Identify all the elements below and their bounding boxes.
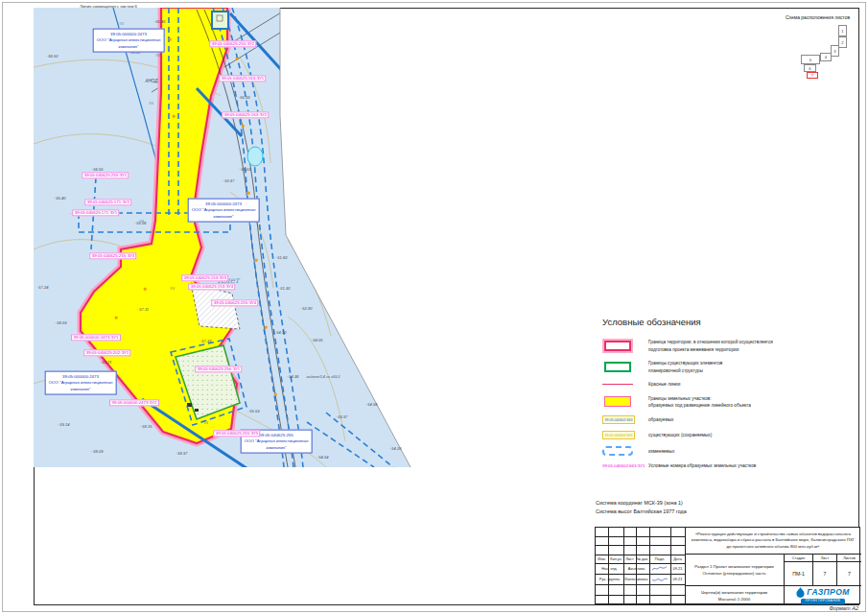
legend-item-label: Границы существующих элементов планирово… bbox=[648, 360, 722, 374]
gazprom-logo: ГАЗПРОМ ПРОЕКТИРОВАНИЕ bbox=[796, 587, 849, 604]
elevation-mark: 58.97 bbox=[176, 451, 187, 456]
format-label: Формат А2 bbox=[829, 605, 858, 611]
elevation-mark: 51.60 bbox=[275, 255, 287, 260]
elevation-mark: 54.56 bbox=[365, 402, 377, 407]
elevation-mark: 56.50 bbox=[46, 54, 58, 59]
legend-title: Условные обозначения bbox=[602, 317, 857, 327]
legend-sample-number: 39:05:040602:663 bbox=[605, 434, 633, 437]
elevation-mark: 54.54 bbox=[317, 455, 328, 460]
legend-item: 39:05:040602:663:ЗУ1 Условные номера обр… bbox=[602, 462, 857, 469]
legend-item-label: существующих (сохраняемых) bbox=[648, 432, 712, 438]
col-list: Лист bbox=[623, 555, 636, 563]
row1-signature bbox=[649, 563, 670, 574]
elevation-mark: 59.14 bbox=[58, 422, 69, 427]
elevation-mark: 57.11 bbox=[137, 307, 149, 312]
parcel-number-label: 39:05:040625:171:ЗУ1 bbox=[72, 209, 119, 216]
owner-label-box: 39:05:000000:2473 ООО "Аграрная инвестиц… bbox=[188, 199, 260, 223]
legend-item-label: изменяемых bbox=[648, 448, 674, 455]
map-annotation: III bbox=[171, 286, 176, 291]
signature-icon bbox=[651, 565, 669, 572]
legend-item: Граница территории, в отношении которой … bbox=[602, 339, 857, 353]
map-annotation: Линия совмещения с листом 6 bbox=[80, 4, 137, 9]
sheets-value: 7 bbox=[837, 562, 861, 586]
sheet-label: Лист bbox=[813, 555, 837, 562]
col-podp: Подп. bbox=[649, 555, 670, 563]
top-facility bbox=[212, 12, 228, 29]
sheet-box: 5 bbox=[801, 55, 820, 64]
sheet-box: 3 bbox=[831, 45, 839, 57]
parcel-number-label: 39:05:040625:171:ЗУ2 bbox=[84, 199, 131, 205]
elevation-mark: 55.03 bbox=[239, 167, 250, 172]
map-annotation: III bbox=[120, 21, 125, 26]
parcel-number-label: 39:05:000000:2473:ЗУ1 bbox=[71, 334, 121, 341]
legend-sample-number: 39:05:040602:663 bbox=[605, 418, 633, 422]
signature-icon bbox=[651, 576, 669, 582]
parcel-number-label: 39:05:000000:2473:ЗУ2 bbox=[109, 399, 159, 406]
legend-swatch bbox=[602, 360, 639, 374]
parcel-number-label: 39:05:040625:153:ЗУ4 bbox=[188, 283, 235, 290]
owner-label-box: 39:05:000000:2473 ООО "Аграрная инвестиц… bbox=[45, 371, 117, 395]
elevation-mark: 58.09 bbox=[91, 449, 103, 454]
parcel-number-label: 39:05:040625:163:ЗУ2 bbox=[222, 111, 269, 118]
legend: Условные обозначения Граница территории,… bbox=[602, 317, 857, 477]
col-koluch: Кол.уч bbox=[608, 555, 623, 563]
elevation-mark: 55.53 bbox=[247, 409, 259, 413]
coordinate-system-notes: Система координат МСК-39 (зона 1) Систем… bbox=[596, 499, 687, 516]
elevation-mark: 57.33 bbox=[199, 339, 211, 343]
sheet-box: 2 bbox=[838, 36, 847, 48]
map-annotation: III bbox=[150, 101, 154, 106]
legend-swatch-icon bbox=[604, 396, 631, 407]
legend-swatch bbox=[602, 384, 639, 385]
sheet-box: 1 bbox=[838, 25, 847, 36]
legend-swatch-icon: 39:05:040602:663 bbox=[602, 415, 635, 424]
col-izm: Изм. bbox=[596, 555, 608, 563]
legend-item-label: Условные номера образуемых земельных уча… bbox=[648, 462, 756, 469]
elevation-mark: 55.40 bbox=[54, 196, 65, 201]
row1-date: 09.21 bbox=[670, 563, 685, 574]
parcel-number-label: 39:05:040625:256:ЗУ1 bbox=[195, 366, 242, 372]
pond bbox=[247, 147, 263, 166]
sheets-label: Листов bbox=[837, 555, 861, 562]
map-annotation: III bbox=[140, 219, 145, 224]
sheet-box: 4 bbox=[820, 53, 832, 61]
sheet-box: 7 bbox=[807, 72, 818, 79]
parcel-number-label: 39:05:040625:255:ЗУ2 bbox=[209, 40, 256, 47]
sheet-scheme-title: Схема расположения листов bbox=[767, 14, 868, 20]
elevation-mark: 54.05 bbox=[311, 338, 322, 342]
parcel-number-label: 39:05:040625:255:ЗУ3 bbox=[89, 252, 136, 259]
drawing-scale: Масштаб 1:2000 bbox=[718, 596, 750, 602]
legend-swatch-icon bbox=[602, 384, 633, 385]
gazprom-logo-text: ГАЗПРОМ bbox=[807, 587, 849, 597]
elevation-mark: 50.87 bbox=[223, 178, 234, 183]
sheet-value: 7 bbox=[813, 562, 837, 586]
map-annotation: III bbox=[156, 53, 161, 58]
legend-swatch: 39:05:040602:663:ЗУ1 bbox=[602, 463, 639, 468]
legend-items: Граница территории, в отношении которой … bbox=[602, 339, 857, 470]
elevation-mark: 58.59 bbox=[55, 320, 66, 325]
row1-name: Аксенова bbox=[623, 563, 649, 574]
legend-item-label: образуемых bbox=[648, 416, 673, 423]
map-annotation: III bbox=[204, 420, 209, 425]
row2-signature bbox=[649, 574, 670, 584]
legend-item: Красные линии bbox=[602, 381, 857, 388]
legend-item: изменяемых bbox=[602, 446, 857, 456]
elevation-mark: 53.97 bbox=[336, 414, 347, 419]
owner-label-box: 39:05:000000:2473 ООО "Аграрная инвестиц… bbox=[93, 29, 165, 53]
elevation-mark: 54.20 bbox=[389, 446, 401, 451]
legend-item-label: Границы земельных участков: образуемых п… bbox=[648, 395, 751, 410]
legend-item: 39:05:040602:663 образуемых bbox=[602, 415, 857, 424]
elevation-mark: 55.45 bbox=[153, 19, 165, 24]
parcel-number-label: 39:05:040625:153:ЗУ3 bbox=[181, 274, 228, 281]
elevation-mark: 58.21 bbox=[100, 360, 111, 365]
parcel-number-label: 39:05:040625:202:ЗУ1 bbox=[83, 349, 130, 356]
legend-item-label: Граница территории, в отношении которой … bbox=[648, 339, 773, 353]
legend-swatch bbox=[602, 339, 639, 353]
legend-swatch: 39:05:040602:663 bbox=[602, 415, 639, 424]
section-title: Раздел 1 Проект межевания территории bbox=[694, 563, 774, 570]
gazprom-flame-icon bbox=[796, 587, 805, 598]
sheet-box: 6 bbox=[804, 64, 816, 72]
elevation-mark: 58.15 bbox=[140, 424, 152, 429]
parcel-number-label: 39:05:040625:255:ЗУ1 bbox=[82, 172, 129, 178]
legend-item: 39:05:040602:663 существующих (сохраняем… bbox=[602, 431, 857, 439]
elevation-mark: 51.30 bbox=[278, 286, 290, 291]
